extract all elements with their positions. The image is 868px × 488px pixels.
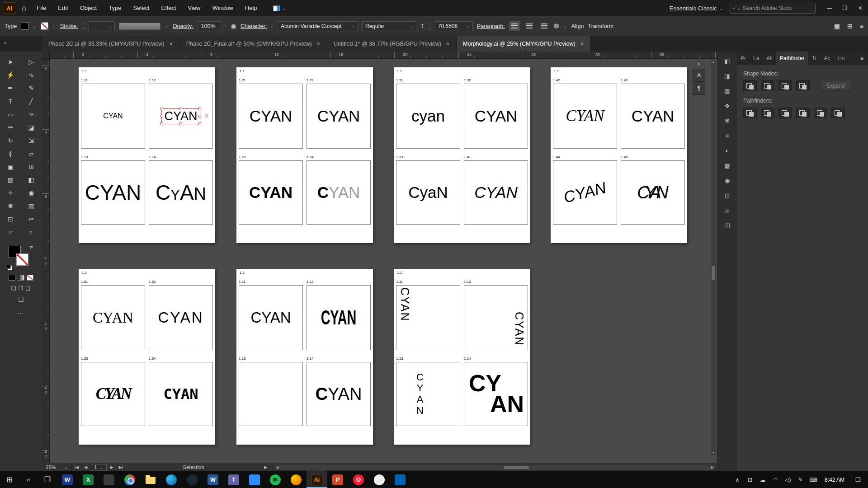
align-center-button[interactable] xyxy=(524,21,535,31)
artboard-panel[interactable]: cyan xyxy=(396,84,460,149)
taskbar-app-opera[interactable]: O xyxy=(348,471,369,488)
horizontal-scrollbar[interactable]: ◀ ▶ xyxy=(274,465,715,470)
restore-button[interactable]: ❐ xyxy=(837,0,853,16)
align-panel-button[interactable]: Align xyxy=(571,23,584,29)
symbols-panel-icon[interactable]: ❋ xyxy=(721,115,734,127)
rectangle-tool[interactable]: ▭ xyxy=(0,108,21,121)
stroke-weight-stepper[interactable]: ⌃⌄ xyxy=(82,23,85,29)
layers-panel-icon[interactable]: ≣ xyxy=(721,204,734,216)
tab-links[interactable]: Lin xyxy=(834,52,848,65)
appearance-panel-icon[interactable]: ◉ xyxy=(721,174,734,186)
menu-effect[interactable]: Effect xyxy=(156,0,182,16)
status-menu-icon[interactable]: ▶ xyxy=(261,465,270,469)
brushes-panel-icon[interactable]: ❖ xyxy=(721,100,734,112)
blend-tool[interactable]: ◉ xyxy=(21,186,42,199)
selection-handle[interactable] xyxy=(160,122,163,125)
stroke-swatch[interactable] xyxy=(16,253,28,266)
artboard-panel[interactable]: CYAN xyxy=(307,285,371,350)
font-family-dropdown[interactable]: Acumin Variable Concept ⌄ xyxy=(278,21,358,31)
chevron-down-icon[interactable]: ⌄ xyxy=(563,23,567,28)
shape-builder-tool[interactable]: ▣ xyxy=(0,160,21,173)
taskbar-app-teams[interactable]: T xyxy=(223,471,244,488)
symbol-sprayer-tool[interactable]: ❋ xyxy=(0,199,21,212)
recolor-artwork-icon[interactable]: ◉ xyxy=(231,22,236,30)
document-tab-active[interactable]: Morphology.ai @ 25% (CMYK/GPU Preview) ✕ xyxy=(457,36,591,52)
crop-button[interactable] xyxy=(796,108,810,118)
artboard-panel[interactable]: CYAN xyxy=(239,84,303,149)
scale-tool[interactable]: ⇲ xyxy=(21,134,42,147)
selection-tool[interactable]: ➤ xyxy=(0,55,21,68)
document-tab[interactable]: Phase 2C_Final.ai* @ 50% (CMYK/GPU Previ… xyxy=(180,36,327,52)
menu-help[interactable]: Help xyxy=(239,0,263,16)
opacity-panel-link[interactable]: Opacity: xyxy=(173,23,193,29)
vertical-scroll-thumb[interactable] xyxy=(712,266,715,280)
artboard-panel[interactable]: CYAN xyxy=(149,84,213,149)
menu-object[interactable]: Object xyxy=(74,0,103,16)
fill-stroke-widget[interactable]: ⇄ xyxy=(8,245,34,270)
document-tab[interactable]: Untitled-1* @ 36.77% (RGB/GPU Preview) ✕ xyxy=(327,36,457,52)
artboard-panel[interactable]: CYAN xyxy=(553,160,617,225)
gradient-panel-icon[interactable]: ◐ xyxy=(721,145,734,156)
tab-transform[interactable]: Tr xyxy=(808,52,820,65)
color-button[interactable] xyxy=(9,275,15,281)
tab-scroll-left-icon[interactable]: « xyxy=(4,40,7,46)
minus-back-button[interactable] xyxy=(831,108,845,118)
artboard-panel[interactable]: CYAN xyxy=(464,160,528,225)
pen-tool[interactable]: ✒ xyxy=(0,81,21,94)
taskbar-app-steam[interactable] xyxy=(182,471,203,488)
taskbar-app-excel[interactable]: X xyxy=(78,471,99,488)
font-search-icon[interactable]: ⌕ xyxy=(271,23,274,29)
taskbar-app-spotify[interactable] xyxy=(265,471,286,488)
preferences-grid-icon[interactable]: ▦ xyxy=(834,23,840,30)
action-center-icon[interactable]: ❏ xyxy=(850,471,865,488)
artboard-panel[interactable]: CYAN xyxy=(464,285,528,350)
libraries-panel-icon[interactable]: ◫ xyxy=(721,219,734,231)
ruler-origin[interactable] xyxy=(42,52,50,59)
taskbar-app-icon[interactable]: W xyxy=(57,471,78,488)
eyedropper-tool[interactable]: ✧ xyxy=(0,186,21,199)
artboard-panel[interactable]: CYAN xyxy=(239,160,303,225)
artboard-panel[interactable]: CYAN xyxy=(396,285,460,350)
stroke-color-swatch[interactable] xyxy=(41,22,48,30)
tray-chevron-icon[interactable]: ∧ xyxy=(731,471,743,488)
swatches-panel-icon[interactable]: ▦ xyxy=(721,85,734,97)
menu-select[interactable]: Select xyxy=(127,0,155,16)
touch-type-icon[interactable]: ❁ xyxy=(554,22,560,30)
pencil-tool[interactable]: ✏ xyxy=(0,121,21,134)
search-input[interactable] xyxy=(743,5,813,11)
close-button[interactable]: ✕ xyxy=(853,0,868,16)
artboard-panel[interactable]: CYAN xyxy=(81,160,145,225)
type-tool[interactable]: T xyxy=(0,94,21,108)
document-tab[interactable]: Phase 2C.ai @ 33.33% (CMYK/GPU Preview) … xyxy=(42,36,180,52)
taskbar-app-edge[interactable] xyxy=(161,471,182,488)
artboard-panel[interactable]: CYAN xyxy=(149,362,213,426)
collapse-panels-icon[interactable]: » xyxy=(698,61,700,66)
vertical-scrollbar[interactable]: ▲ ▼ xyxy=(711,60,716,455)
previous-artboard-button[interactable]: ◀ xyxy=(81,465,90,469)
home-icon[interactable]: ⌂ xyxy=(22,4,26,13)
tray-keyboard-icon[interactable]: ⌨ xyxy=(807,471,819,488)
artboard-panel[interactable]: CYAN xyxy=(307,362,371,426)
color-guide-panel-icon[interactable]: ◨ xyxy=(721,70,734,82)
selection-rotate-handle[interactable] xyxy=(205,114,208,117)
artboard-panel[interactable]: CYAN xyxy=(553,84,617,149)
menu-window[interactable]: Window xyxy=(207,0,239,16)
chevron-down-icon[interactable]: ⌄ xyxy=(52,23,56,28)
direct-selection-tool[interactable]: ▷ xyxy=(21,55,42,68)
tray-wifi-icon[interactable]: ◠ xyxy=(769,471,781,488)
artboard-panel[interactable]: CYAN xyxy=(621,160,685,225)
zoom-level-dropdown[interactable]: 25% ⌄ xyxy=(42,463,72,471)
close-icon[interactable]: ✕ xyxy=(580,41,584,47)
scroll-left-icon[interactable]: ◀ xyxy=(276,465,278,470)
menu-edit[interactable]: Edit xyxy=(52,0,74,16)
selection-handle[interactable] xyxy=(198,115,201,117)
tab-align[interactable]: Ali xyxy=(763,52,776,65)
align-left-button[interactable] xyxy=(509,21,520,31)
last-artboard-button[interactable]: ▶| xyxy=(116,465,126,469)
opacity-input[interactable]: 100% xyxy=(198,21,221,31)
artboard-panel-empty[interactable] xyxy=(239,362,303,426)
artboard-panel[interactable]: CYAN xyxy=(621,84,685,149)
intersect-button[interactable] xyxy=(778,80,792,91)
font-size-stepper[interactable]: ⌃⌄ xyxy=(428,23,431,29)
first-artboard-button[interactable]: |◀ xyxy=(72,465,81,469)
